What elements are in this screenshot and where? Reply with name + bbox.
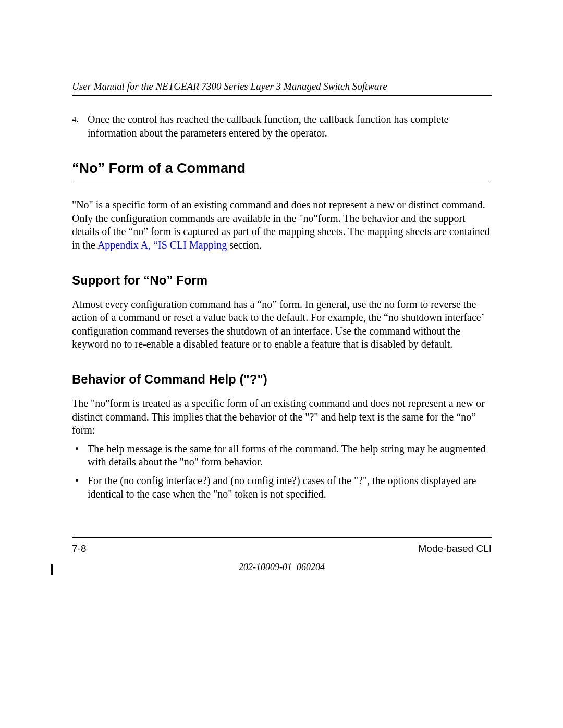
- appendix-link[interactable]: Appendix A, “IS CLI Mapping: [97, 239, 227, 251]
- bullet-icon: •: [72, 442, 88, 469]
- footer: 7-8 Mode-based CLI 202-10009-01_060204: [72, 537, 492, 573]
- ordered-list-item: 4. Once the control has reached the call…: [72, 113, 492, 140]
- bullet-text: For the (no config interface?) and (no c…: [88, 474, 492, 501]
- footer-rule: [72, 537, 492, 538]
- footer-row: 7-8 Mode-based CLI: [72, 543, 492, 554]
- text-span: section.: [227, 239, 262, 251]
- heading-no-form: “No” Form of a Command: [72, 161, 492, 181]
- paragraph: The "no"form is treated as a specific fo…: [72, 397, 492, 437]
- list-text: Once the control has reached the callbac…: [88, 113, 492, 140]
- heading-support-no-form: Support for “No” Form: [72, 273, 492, 288]
- page-body: User Manual for the NETGEAR 7300 Series …: [72, 0, 492, 728]
- paragraph: "No" is a specific form of an existing c…: [72, 199, 492, 252]
- paragraph: Almost every configuration command has a…: [72, 298, 492, 351]
- list-number: 4.: [72, 113, 88, 140]
- bullet-text: The help message is the same for all for…: [88, 442, 492, 469]
- page-number: 7-8: [72, 543, 86, 554]
- running-header: User Manual for the NETGEAR 7300 Series …: [72, 81, 492, 96]
- document-number: 202-10009-01_060204: [72, 562, 492, 573]
- section-name: Mode-based CLI: [419, 543, 492, 554]
- heading-behavior-help: Behavior of Command Help ("?"): [72, 372, 492, 387]
- change-bar-icon: [51, 564, 53, 575]
- bullet-item: • The help message is the same for all f…: [72, 442, 492, 469]
- bullet-item: • For the (no config interface?) and (no…: [72, 474, 492, 501]
- bullet-icon: •: [72, 474, 88, 501]
